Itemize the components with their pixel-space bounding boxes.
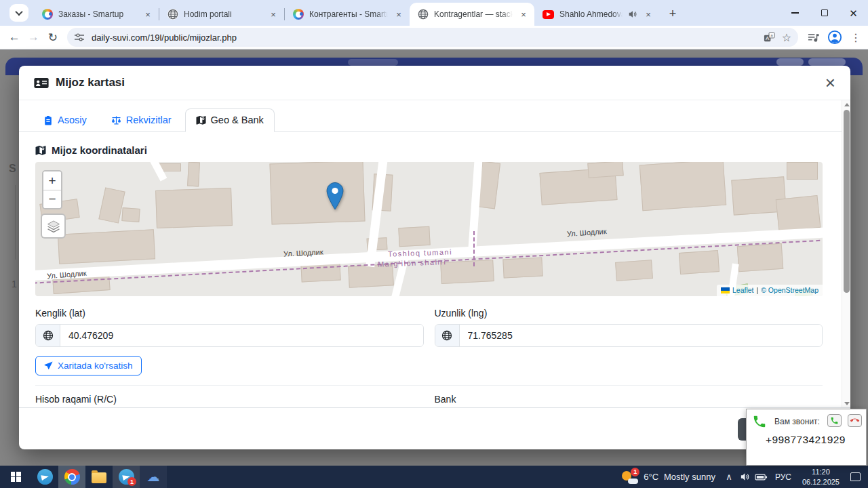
leaflet-map[interactable]: Ул. Шодлик Ул. Шодлик Ул. Шодлик Toshloq… (35, 162, 823, 296)
url-text[interactable]: daily-suvi.com/19l/public/mijozlar.php (92, 33, 764, 43)
send-icon (44, 361, 53, 370)
globe-favicon (418, 9, 429, 20)
tab-title: Kontragentlar — stacked moda (434, 9, 513, 19)
start-button[interactable] (0, 466, 31, 488)
zoom-in-button[interactable]: + (43, 171, 61, 190)
window-controls: ✕ (781, 0, 868, 26)
bookmark-star-icon[interactable]: ☆ (782, 31, 791, 44)
tab-rekvizitlar[interactable]: Rekvizitlar (100, 108, 182, 132)
address-bar[interactable]: daily-suvi.com/19l/public/mijozlar.php A… (67, 28, 798, 47)
leaflet-link[interactable]: Leaflet (732, 286, 754, 294)
tab-search-button[interactable] (9, 4, 28, 22)
taskbar-chrome-active[interactable] (58, 466, 85, 488)
zoom-out-button[interactable]: − (43, 190, 61, 208)
taskbar-file-explorer[interactable] (85, 466, 113, 488)
map-marker[interactable] (326, 182, 344, 210)
background-line-fragment (15, 185, 16, 260)
scrollbar-thumb[interactable] (844, 110, 850, 293)
background-text-fragment: 1 (12, 279, 17, 289)
scrollbar-down-arrow[interactable] (842, 399, 850, 407)
tab-asosiy[interactable]: Asosiy (33, 108, 98, 132)
tab-close-icon[interactable]: × (393, 9, 404, 20)
osm-link[interactable]: © OpenStreetMap (761, 286, 818, 294)
account-label: Hisob raqami (R/C) (35, 394, 424, 405)
divider (35, 385, 823, 386)
back-button[interactable]: ← (7, 28, 22, 47)
answer-call-button[interactable] (827, 414, 842, 427)
taskbar-telegram-desktop[interactable]: 1 (113, 466, 140, 488)
tab-label: Rekvizitlar (126, 115, 172, 125)
chrome-icon (64, 469, 80, 485)
taskbar-cloud-app[interactable]: ☁ (140, 466, 167, 488)
maximize-icon (821, 9, 828, 16)
decline-call-button[interactable] (848, 414, 862, 427)
lat-label: Kenglik (lat) (35, 308, 424, 319)
action-center-button[interactable] (845, 472, 865, 481)
map-building (679, 250, 719, 274)
tab-audio-icon[interactable] (628, 9, 637, 19)
window-close-button[interactable]: ✕ (839, 0, 868, 26)
volume-icon[interactable] (737, 472, 753, 482)
window-maximize-button[interactable] (810, 0, 839, 26)
show-on-map-button[interactable]: Xaritada ko'rsatish (35, 356, 142, 375)
scales-icon (111, 115, 121, 125)
tab-title: Shahlo Ahmedova - Dona o (559, 9, 623, 19)
lng-input[interactable] (460, 325, 823, 346)
window-minimize-button[interactable] (781, 0, 810, 26)
browser-menu-icon[interactable]: ⋮ (850, 31, 861, 44)
map-building (398, 226, 430, 247)
map-building (269, 162, 365, 224)
battery-icon[interactable] (753, 473, 770, 481)
new-tab-button[interactable]: + (663, 4, 682, 23)
navbar-hint (808, 58, 846, 66)
attribution-separator: | (756, 286, 758, 294)
tab-close-icon[interactable]: × (518, 9, 529, 20)
smartup-favicon (42, 9, 53, 20)
tab-close-icon[interactable]: × (142, 9, 153, 20)
browser-tabstrip: Заказы - Smartup × Hodim portali × Контр… (0, 0, 868, 26)
map-zoom-control: + − (42, 170, 62, 209)
admin-area-label: Marg'ilon shahri (378, 258, 447, 268)
language-indicator[interactable]: РУС (770, 472, 797, 482)
translate-icon[interactable]: Aa (764, 32, 775, 43)
browser-tab-kontragenty[interactable]: Контрагенты - Smartup × (285, 3, 410, 26)
map-building (155, 188, 233, 228)
modal-title: Mijoz kartasi (34, 76, 125, 89)
map-layers-control[interactable] (41, 214, 66, 239)
folder-icon (92, 472, 106, 483)
tab-label: Asosiy (58, 115, 87, 125)
tab-close-icon[interactable]: × (643, 9, 654, 20)
modal-scrollbar[interactable] (842, 100, 850, 407)
forward-button[interactable]: → (26, 28, 41, 47)
clipboard-icon (43, 115, 53, 125)
browser-tab-kontragentlar-active[interactable]: Kontragentlar — stacked moda × (410, 3, 534, 26)
cloud-shape-icon (628, 479, 638, 484)
tab-label: Geo & Bank (211, 115, 264, 125)
clock-time: 11:20 (802, 467, 840, 477)
admin-boundary-line (473, 231, 475, 266)
modal-body: Mijoz koordinatalari Ул. Шодлик Ул. Шодл… (19, 132, 850, 407)
chevron-down-icon (15, 8, 22, 16)
clock-date: 06.12.2025 (802, 477, 840, 487)
comment-icon (850, 472, 861, 481)
taskbar-clock[interactable]: 11:20 06.12.2025 (797, 467, 845, 487)
navbar-hint (776, 58, 804, 66)
map-building (187, 162, 200, 186)
weather-widget[interactable]: 1 6°C Mostly sunny (615, 466, 721, 488)
modal-close-icon[interactable]: × (825, 74, 835, 92)
browser-tab-zakazy[interactable]: Заказы - Smartup × (34, 3, 159, 26)
browser-tab-hodim[interactable]: Hodim portali × (159, 3, 284, 26)
media-control-icon[interactable] (808, 32, 819, 43)
call-popup-title: Вам звонит: (771, 417, 823, 426)
tab-close-icon[interactable]: × (268, 9, 279, 20)
tab-geo-bank[interactable]: Geo & Bank (185, 108, 275, 132)
reload-button[interactable]: ↻ (45, 28, 60, 47)
weather-icon: 1 (620, 470, 638, 485)
scrollbar-up-arrow[interactable] (842, 100, 850, 108)
hidden-icons-chevron[interactable]: ∧ (721, 472, 737, 482)
lat-input[interactable] (60, 325, 423, 346)
taskbar-telegram[interactable] (31, 466, 58, 488)
browser-tab-youtube[interactable]: Shahlo Ahmedova - Dona o × (534, 3, 659, 26)
profile-avatar[interactable] (827, 30, 842, 45)
site-settings-icon[interactable] (74, 32, 85, 43)
